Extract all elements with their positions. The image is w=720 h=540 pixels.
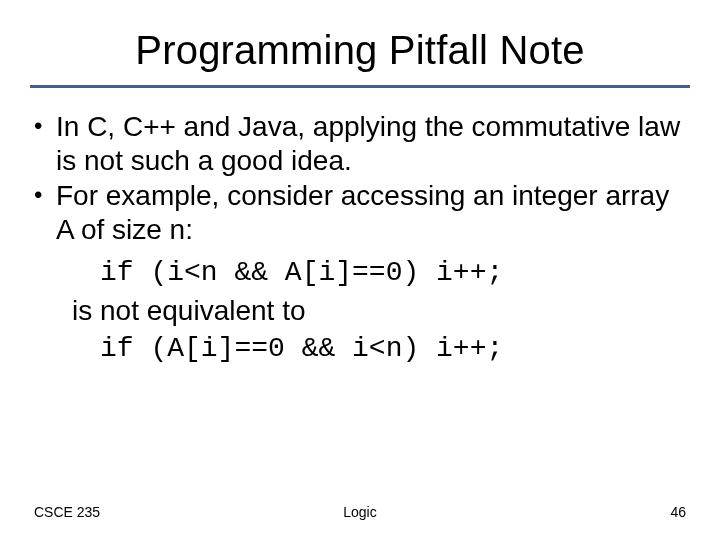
footer-page-number: 46 <box>670 504 686 520</box>
slide-title: Programming Pitfall Note <box>30 18 690 85</box>
bullet-item: In C, C++ and Java, applying the commuta… <box>30 110 690 177</box>
bullet-item: For example, consider accessing an integ… <box>30 179 690 246</box>
slide: Programming Pitfall Note In C, C++ and J… <box>0 0 720 540</box>
title-underline <box>30 85 690 88</box>
code-line-2: if (A[i]==0 && i<n) i++; <box>72 330 690 368</box>
slide-footer: CSCE 235 Logic 46 <box>0 504 720 520</box>
equivalence-note: is not equivalent to <box>72 292 690 330</box>
footer-course: CSCE 235 <box>34 504 100 520</box>
footer-topic: Logic <box>343 504 376 520</box>
bullet-list: In C, C++ and Java, applying the commuta… <box>30 110 690 246</box>
slide-body: In C, C++ and Java, applying the commuta… <box>30 110 690 368</box>
code-line-1: if (i<n && A[i]==0) i++; <box>72 254 690 292</box>
example-block: if (i<n && A[i]==0) i++; is not equivale… <box>30 254 690 367</box>
